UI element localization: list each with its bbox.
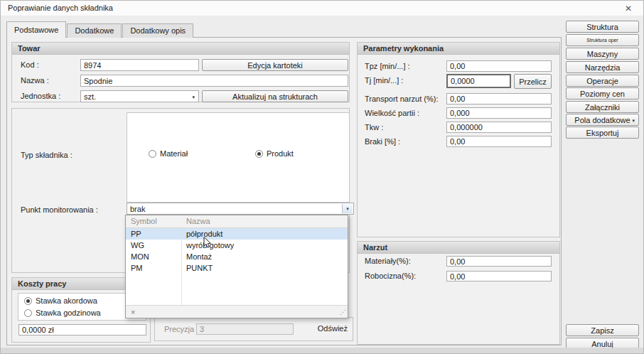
aktualizuj-na-strukturach-button[interactable]: Aktualizuj na strukturach [202, 90, 348, 102]
odswiez-button[interactable]: Odśwież [318, 324, 348, 333]
jednostka-value: szt. [84, 92, 96, 101]
radio-label: Produkt [267, 149, 294, 158]
radio-label: Stawka godzinowa [36, 309, 101, 317]
towar-group-title: Towar [12, 43, 349, 55]
precyzja-group: Precyzja : 3 Odśwież [154, 317, 353, 341]
field-input-tj-min[interactable]: 0,0000 [446, 74, 511, 88]
dropdown-cell-nazwa: wyrób gotowy [181, 240, 348, 251]
field-input-robocizna[interactable]: 0,00 [446, 271, 552, 281]
dialog: Poprawianie danych składnika ✕ Podstawow… [0, 0, 644, 354]
side-button-pola-dodatkowe[interactable]: Pola dodatkowe▾ [566, 114, 639, 126]
resize-grip-icon[interactable]: ⋰ [340, 306, 346, 318]
dropdown-row-mon[interactable]: MONMontaż [126, 251, 348, 262]
side-button-narzędzia[interactable]: Narzędzia [566, 61, 639, 73]
field-label-materiały: Materiały(%): [365, 257, 411, 265]
side-button-struktura-oper[interactable]: Struktura oper [566, 34, 639, 46]
side-button-struktura[interactable]: Struktura [566, 21, 639, 33]
dropdown-rows: PPpółproduktWGwyrób gotowyMONMontażPMPUN… [126, 228, 348, 305]
narzut-group: Narzut Materiały(%):0,00Robocizna(%):0,0… [357, 241, 560, 345]
parametry-wykonania-group: Parametry wykonania Tpz [min/...] :0,00T… [357, 42, 560, 237]
parametry-fields: Tpz [min/...] :0,00Tj [min/...] :0,0000P… [358, 43, 559, 237]
dropdown-arrow-icon: ▾ [632, 118, 635, 124]
combo-open-button[interactable]: ▾ [342, 204, 353, 213]
radio-option-stawka-godzinowa[interactable]: Stawka godzinowa [24, 309, 101, 317]
nazwa-label: Nazwa : [21, 76, 49, 85]
close-icon[interactable]: ✕ [621, 2, 636, 15]
field-input-wielkość-partii[interactable]: 0,000 [446, 107, 552, 119]
dropdown-cell-nazwa: Montaż [181, 251, 348, 262]
tab-dodatkowe[interactable]: Dodatkowe [67, 23, 122, 38]
side-button-operacje[interactable]: Operacje [566, 75, 639, 87]
kod-label: Kod : [21, 60, 39, 69]
dropdown-cell-symbol: PP [126, 228, 181, 240]
przelicz-button[interactable]: Przelicz [514, 74, 552, 89]
field-label-transport-narzut: Transport narzut (%): [365, 95, 439, 103]
field-input-braki[interactable]: 0,00 [446, 136, 552, 147]
radio-icon [149, 150, 156, 158]
dropdown-footer: × ⋰ [126, 305, 348, 318]
radio-icon [255, 150, 263, 158]
dropdown-row-pm[interactable]: PMPUNKT [126, 262, 348, 274]
dropdown-row-wg[interactable]: WGwyrób gotowy [126, 240, 348, 251]
dropdown-cell-symbol: WG [126, 240, 181, 251]
jednostka-label: Jednostka : [21, 92, 60, 100]
field-input-materiały[interactable]: 0,00 [446, 256, 552, 267]
towar-group: Towar Kod : 8974 Edycja kartoteki Nazwa … [11, 42, 350, 102]
typ-skladnika-label: Typ składnika : [21, 151, 73, 159]
side-button-maszyny[interactable]: Maszyny [566, 48, 639, 60]
field-input-tpz-min[interactable]: 0,00 [446, 60, 552, 72]
field-label-tkw: Tkw : [365, 123, 383, 132]
jednostka-select[interactable]: szt. ▾ [80, 90, 199, 102]
narzut-fields: Materiały(%):0,00Robocizna(%):0,00 [358, 242, 559, 344]
stawka-input[interactable]: 0,0000 zł [18, 324, 146, 336]
edycja-kartoteki-button[interactable]: Edycja kartoteki [202, 59, 348, 71]
dropdown-header: Symbol Nazwa [126, 215, 348, 228]
field-label-tpz-min: Tpz [min/...] : [365, 62, 410, 70]
typ-skladnika-box: MateriałProdukt [127, 112, 350, 203]
radio-label: Materiał [160, 149, 188, 158]
radio-label: Stawka akordowa [36, 296, 97, 305]
radio-option-produkt[interactable]: Produkt [255, 149, 294, 158]
punkt-monitorowania-label: Punkt monitorowania : [21, 205, 98, 214]
side-button-poziomy-cen[interactable]: Poziomy cen [566, 87, 639, 100]
window-bottom-edge [1, 348, 643, 353]
window-title: Poprawianie danych składnika [8, 4, 113, 12]
kod-input[interactable]: 8974 [80, 59, 199, 71]
dropdown-cell-symbol: MON [126, 251, 181, 262]
field-label-tj-min: Tj [min/...] : [365, 76, 403, 85]
dropdown-caret-icon: ▾ [192, 95, 195, 100]
zapisz-button[interactable]: Zapisz [566, 324, 639, 336]
radio-option-stawka-akordowa[interactable]: Stawka akordowa [24, 296, 97, 305]
precyzja-input[interactable]: 3 [196, 323, 294, 335]
field-input-tkw[interactable]: 0,000000 [446, 122, 552, 133]
punkt-monitorowania-select[interactable]: brak ▾ [127, 203, 354, 215]
titlebar: Poprawianie danych składnika ✕ [1, 1, 643, 16]
field-label-robocizna: Robocizna(%): [365, 272, 416, 280]
precyzja-label: Precyzja : [164, 325, 198, 333]
nazwa-input[interactable]: Spodnie [80, 75, 348, 87]
tab-strip: PodstawoweDodatkoweDodatkowy opis [6, 21, 194, 38]
dropdown-column-symbol: Symbol [126, 215, 181, 227]
field-label-wielkość-partii: Wielkość partii : [365, 109, 419, 117]
punkt-monitorowania-value: brak [130, 205, 145, 213]
dropdown-cell-nazwa: PUNKT [181, 262, 348, 274]
field-label-braki: Braki [%] : [365, 137, 400, 146]
radio-icon [24, 297, 32, 305]
tab-podstawowe[interactable]: Podstawowe [6, 21, 66, 38]
radio-option-materiał[interactable]: Materiał [149, 149, 188, 158]
dropdown-cell-nazwa: półprodukt [181, 228, 348, 240]
radio-icon [24, 309, 32, 317]
tab-dodatkowy-opis[interactable]: Dodatkowy opis [122, 23, 193, 38]
field-input-transport-narzut[interactable]: 0,00 [446, 93, 552, 104]
punkt-monitorowania-dropdown: Symbol Nazwa PPpółproduktWGwyrób gotowyM… [125, 215, 348, 318]
side-button-załączniki[interactable]: Załączniki [566, 101, 639, 113]
side-button-eksportuj[interactable]: Eksportuj [566, 127, 639, 139]
dropdown-column-nazwa: Nazwa [181, 215, 348, 227]
dropdown-cell-symbol: PM [126, 262, 181, 274]
dropdown-clear-icon[interactable]: × [131, 306, 135, 318]
dropdown-row-pp[interactable]: PPpółprodukt [126, 228, 348, 240]
